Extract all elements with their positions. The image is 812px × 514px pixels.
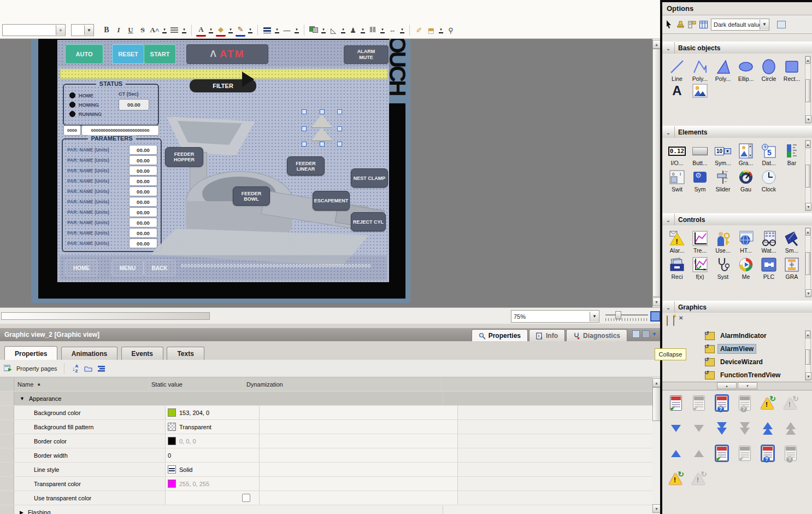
- col-value-header[interactable]: Static value: [151, 381, 183, 388]
- align-objects-dropdown[interactable]: ▾: [360, 25, 366, 35]
- style-combo-dropdown-icon[interactable]: ▼: [760, 20, 769, 30]
- section-basic-objects[interactable]: ⌄ Basic objects: [662, 42, 812, 55]
- section-scrollbar[interactable]: ▲ ▼: [805, 56, 811, 124]
- font-size-dropdown[interactable]: ▾: [162, 25, 167, 35]
- property-row[interactable]: Background fill pattern Transparent: [0, 420, 652, 434]
- palette-item-symbolic-io[interactable]: 10▼Sym...: [711, 142, 734, 166]
- property-row[interactable]: Transparent color 255, 0, 255: [0, 477, 652, 491]
- canvas-vscrollbar[interactable]: ▲ ▼: [652, 39, 660, 307]
- align-text-dropdown[interactable]: ▾: [181, 25, 187, 35]
- palette-item-bar[interactable]: Bar: [780, 142, 803, 166]
- sort-az-icon[interactable]: ↓AZ: [71, 365, 80, 372]
- label-nest-clamp[interactable]: NEST CLAMP: [351, 168, 388, 188]
- hmi-screen-design-area[interactable]: AUTO RESET START Λ ATM ALARM MUTE FILTER…: [57, 40, 389, 282]
- col-name-header[interactable]: Name: [17, 381, 33, 388]
- preview-alarmview-help[interactable]: ?: [710, 390, 733, 416]
- zoom-dropdown-icon[interactable]: ▼: [590, 312, 599, 322]
- palette-item-trend-view[interactable]: Tre...: [689, 230, 711, 254]
- param-value-field[interactable]: 00.00: [129, 176, 157, 186]
- preview-arrow-double-down-disabled[interactable]: [733, 416, 756, 441]
- line-weight-dropdown[interactable]: ▾: [274, 25, 280, 35]
- stamp-tool-icon[interactable]: [676, 20, 685, 28]
- inspector-tab-diagnostics[interactable]: Diagnostics: [566, 329, 627, 342]
- param-value-field[interactable]: 00.00: [129, 207, 157, 217]
- dynamization-cell[interactable]: [260, 420, 458, 434]
- align-text-icon[interactable]: [169, 25, 179, 36]
- property-row[interactable]: Border width 0: [0, 448, 652, 463]
- align-objects-icon[interactable]: ♟: [348, 25, 358, 36]
- tab-properties[interactable]: Properties: [4, 346, 57, 361]
- scroll-up-icon[interactable]: ▲: [805, 228, 810, 236]
- preview-alarmview-ok-2[interactable]: ✔: [710, 441, 733, 466]
- vscroll-thumb[interactable]: [805, 349, 810, 365]
- label-escapement[interactable]: ESCAPEMENT: [313, 191, 350, 211]
- vscroll-thumb[interactable]: [805, 165, 810, 188]
- hmi-start-button[interactable]: START: [144, 44, 176, 64]
- inspector-tab-properties[interactable]: Properties: [472, 329, 528, 342]
- palette-item-watch-table[interactable]: Wat...: [757, 230, 780, 254]
- dynamization-cell[interactable]: [260, 477, 458, 490]
- preview-alarmindicator-2-disabled[interactable]: !↻: [687, 466, 710, 491]
- rotate-icon[interactable]: ◺: [328, 25, 338, 36]
- palette-item-button[interactable]: Butt...: [689, 142, 711, 166]
- property-group-row[interactable]: ▶Flashing: [0, 505, 652, 514]
- collapse-section-icon[interactable]: ⌄: [662, 42, 675, 54]
- col-dyn-header[interactable]: Dynamization: [246, 381, 283, 388]
- underline-button[interactable]: U: [126, 25, 136, 36]
- palette-item-date-time[interactable]: 5Dat...: [757, 142, 780, 166]
- preview-alarmview-help-2-disabled[interactable]: ?: [779, 441, 802, 466]
- font-name-combo[interactable]: ≡: [2, 24, 66, 36]
- param-value-field[interactable]: 00.00: [129, 197, 157, 207]
- section-scrollbar[interactable]: ▲ ▼: [805, 330, 811, 381]
- property-value[interactable]: 153, 204, 0: [179, 410, 209, 416]
- cursor-tool-icon[interactable]: [666, 20, 673, 28]
- strikethrough-button[interactable]: S: [138, 25, 148, 36]
- group-expanded-icon[interactable]: ▼: [20, 396, 25, 401]
- section-scrollbar[interactable]: ▲ ▼: [805, 140, 811, 211]
- distribute-dropdown[interactable]: ▾: [380, 25, 385, 35]
- palette-item-alarm-view[interactable]: !Alar...: [666, 230, 689, 254]
- preview-arrow-down-disabled[interactable]: [687, 416, 710, 441]
- new-graphics-folder-icon[interactable]: ✶: [667, 316, 668, 326]
- hmi-menu-button[interactable]: MENU: [111, 260, 144, 276]
- color-swatch[interactable]: [168, 437, 176, 445]
- float-panel-icon[interactable]: [777, 21, 786, 28]
- dynamization-cell[interactable]: [260, 434, 458, 448]
- hmi-reset-button[interactable]: RESET: [112, 44, 144, 64]
- property-value[interactable]: Transparent: [179, 424, 211, 430]
- font-color-dropdown[interactable]: ▾: [208, 25, 214, 35]
- palette-item-circle[interactable]: Circle: [757, 58, 780, 82]
- panel-splitter[interactable]: [0, 324, 660, 328]
- vscroll-thumb[interactable]: [805, 252, 810, 275]
- preview-alarmindicator[interactable]: !↻: [756, 390, 779, 416]
- library-table-icon[interactable]: [699, 21, 708, 28]
- list-view-icon[interactable]: [97, 365, 106, 372]
- distribute-icon[interactable]: ⦀⦀: [368, 25, 378, 36]
- palette-item-recipe-view[interactable]: Reci: [666, 256, 689, 280]
- zoom-value[interactable]: 75%: [511, 313, 590, 320]
- italic-button[interactable]: I: [114, 25, 123, 36]
- layers-icon[interactable]: ⬒: [426, 25, 436, 36]
- param-value-field[interactable]: 00.00: [129, 238, 157, 248]
- selection-handle[interactable]: [320, 142, 325, 147]
- palette-item-system-diagnostics-view[interactable]: Syst: [711, 256, 734, 280]
- palette-item-fx-trend-view[interactable]: yxf(x): [689, 256, 711, 280]
- preview-alarmview-ok-disabled[interactable]: ✔: [687, 390, 710, 416]
- inspector-tab-info[interactable]: i Info: [529, 329, 565, 342]
- collapse-section-icon[interactable]: ⌄: [662, 301, 675, 313]
- color-swatch[interactable]: [168, 408, 176, 417]
- scroll-up-icon[interactable]: ▲: [805, 141, 810, 148]
- palette-item-text-field[interactable]: A: [666, 82, 689, 100]
- palette-item-io-field[interactable]: 0.12I/O...: [666, 142, 689, 166]
- style-combo[interactable]: Dark default value ▼: [711, 19, 769, 31]
- label-feeder-hopper[interactable]: FEEDER HOPPER: [165, 147, 203, 167]
- scroll-down-icon[interactable]: ▼: [805, 372, 811, 380]
- bold-button[interactable]: B: [102, 25, 111, 36]
- section-elements[interactable]: ⌄ Elements: [662, 126, 812, 139]
- param-value-field[interactable]: 00.00: [129, 155, 157, 165]
- param-value-field[interactable]: 00.00: [129, 218, 157, 227]
- match-size-dropdown[interactable]: ▾: [399, 25, 405, 35]
- background-fill-button[interactable]: ◆: [216, 24, 226, 37]
- param-value-field[interactable]: 00.00: [129, 186, 157, 196]
- background-fill-dropdown[interactable]: ▾: [228, 25, 233, 35]
